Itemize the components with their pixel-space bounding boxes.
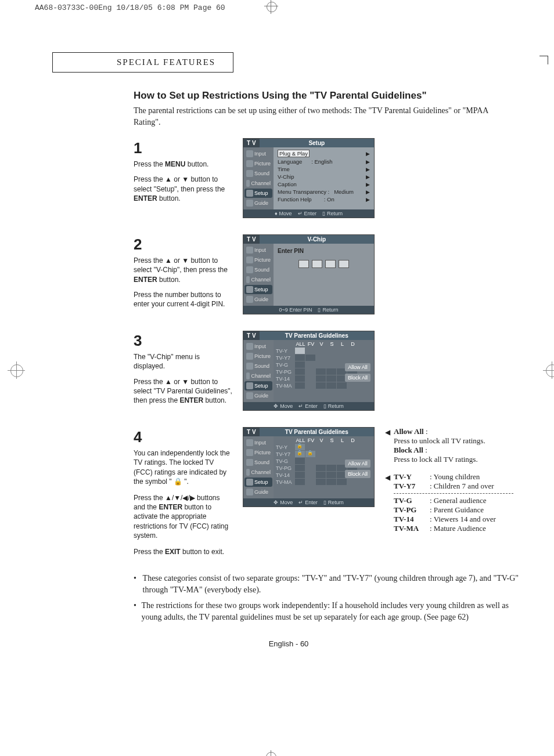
t: You can independently lock the TV rating… bbox=[134, 448, 232, 486]
menu-caption: Caption bbox=[278, 181, 297, 187]
picture-icon bbox=[246, 256, 253, 263]
step-num: 3 bbox=[134, 331, 232, 351]
step-num: 4 bbox=[134, 427, 232, 447]
t: button to exit. bbox=[181, 548, 224, 556]
channel-icon bbox=[246, 276, 250, 283]
t: button. bbox=[203, 396, 226, 404]
osd-title: V-Chip bbox=[260, 235, 374, 244]
t: button. bbox=[157, 276, 181, 284]
osd-vchip-pin: T VV-Chip Input Picture Sound Channel Se… bbox=[243, 234, 375, 314]
osd-tvpg-2: T VTV Parental Guidelines Input Picture … bbox=[243, 427, 375, 507]
pin-fields bbox=[276, 256, 371, 281]
t: The "V-Chip" menu is displayed. bbox=[134, 352, 232, 371]
block-all-button: Block All bbox=[345, 470, 370, 478]
note-1: These categories consist of two separate… bbox=[143, 573, 519, 595]
enter-pin-label: Enter PIN bbox=[276, 245, 371, 256]
menu-time: Time bbox=[278, 166, 290, 172]
menu-transparency-val: Medium bbox=[334, 189, 354, 195]
menu-language: Language bbox=[278, 158, 302, 165]
t: Press the bbox=[134, 548, 165, 556]
t: ENTER bbox=[134, 276, 157, 284]
side-channel: Channel bbox=[251, 180, 271, 186]
picture-icon bbox=[246, 449, 253, 456]
setup-icon bbox=[246, 286, 253, 293]
t: ENTER bbox=[179, 396, 203, 404]
foot-pin: 0~9 Enter PIN bbox=[279, 307, 312, 313]
menu-transparency: Menu Transparency : bbox=[278, 189, 329, 195]
setup-icon bbox=[246, 190, 253, 197]
menu-func-help-val: : On bbox=[324, 196, 334, 202]
side-guide: Guide bbox=[254, 200, 268, 206]
notes: •These categories consist of two separat… bbox=[134, 573, 519, 623]
guide-icon bbox=[246, 296, 253, 303]
t: button. bbox=[157, 194, 181, 202]
t: button. bbox=[185, 160, 208, 168]
sound-icon bbox=[246, 170, 253, 177]
sound-icon bbox=[246, 266, 253, 273]
picture-icon bbox=[246, 353, 253, 360]
setup-icon bbox=[246, 382, 253, 389]
sound-icon bbox=[246, 459, 253, 466]
channel-icon bbox=[246, 180, 250, 187]
pointer-icon: ◀ bbox=[385, 472, 390, 482]
block-all-text: Press to lock all TV ratings. bbox=[394, 455, 478, 464]
step-num: 2 bbox=[134, 234, 232, 255]
t: Press the ▲ or ▼ button to select "Setup… bbox=[134, 175, 225, 193]
guide-icon bbox=[246, 200, 253, 207]
block-all-button: Block All bbox=[345, 374, 370, 382]
osd-tv-label: T V bbox=[243, 235, 260, 244]
page-title: How to Set up Restrictions Using the "TV… bbox=[134, 90, 513, 102]
section-tab: Special Features bbox=[52, 52, 233, 73]
allow-all-text: Press to unlock all TV ratings. bbox=[394, 436, 485, 445]
t: ENTER bbox=[134, 194, 157, 202]
side-input: Input bbox=[254, 151, 266, 157]
side-notes: ◀ Allow All : Press to unlock all TV rat… bbox=[385, 427, 513, 533]
channel-icon bbox=[246, 469, 250, 476]
side-sound: Sound bbox=[254, 171, 269, 176]
step-1: 1 Press the MENU button. Press the ▲ or … bbox=[134, 138, 513, 218]
menu-func-help: Function Help bbox=[278, 196, 312, 202]
allow-all-button: Allow All bbox=[345, 363, 370, 371]
input-icon bbox=[246, 439, 253, 446]
t: EXIT bbox=[165, 548, 181, 556]
block-all-label: Block All bbox=[394, 446, 423, 454]
page-footer: English - 60 bbox=[58, 639, 519, 648]
osd-tvpg-1: T VTV Parental Guidelines Input Picture … bbox=[243, 331, 375, 411]
input-icon bbox=[246, 343, 253, 350]
foot-return: ▯ Return bbox=[322, 211, 343, 216]
note-2: The restrictions for these two groups wo… bbox=[141, 600, 519, 623]
allow-all-button: Allow All bbox=[345, 460, 370, 468]
foot-move: ♦ Move bbox=[275, 211, 292, 216]
t: Press the ▲ or ▼ button to select "V-Chi… bbox=[134, 256, 228, 274]
step-4: 4 You can independently lock the TV rati… bbox=[134, 427, 513, 556]
step-num: 1 bbox=[134, 138, 232, 158]
pointer-icon: ◀ bbox=[385, 427, 390, 437]
menu-vchip: V-Chip bbox=[278, 173, 294, 180]
channel-icon bbox=[246, 372, 250, 379]
divider bbox=[394, 493, 513, 494]
step-3: 3 The "V-Chip" menu is displayed. Press … bbox=[134, 331, 513, 411]
side-picture: Picture bbox=[254, 161, 271, 167]
t: Press the number buttons to enter your c… bbox=[134, 290, 232, 309]
intro-text: The parental restrictions can be set up … bbox=[134, 105, 513, 128]
sound-icon bbox=[246, 363, 253, 370]
guide-icon bbox=[246, 489, 253, 495]
t: ENTER bbox=[159, 503, 182, 511]
setup-icon bbox=[246, 479, 253, 486]
step-2: 2 Press the ▲ or ▼ button to select "V-C… bbox=[134, 234, 513, 314]
allow-all-label: Allow All bbox=[394, 427, 424, 436]
side-setup: Setup bbox=[254, 190, 268, 196]
osd-tv-label: T V bbox=[243, 139, 260, 147]
foot-return: ▯ Return bbox=[318, 307, 338, 313]
picture-icon bbox=[246, 160, 253, 167]
foot-enter: ↵ Enter bbox=[298, 211, 317, 216]
osd-title: Setup bbox=[260, 139, 374, 147]
input-icon bbox=[246, 150, 253, 157]
guide-icon bbox=[246, 392, 253, 399]
t: Press the bbox=[134, 160, 165, 168]
t: MENU bbox=[165, 160, 185, 168]
menu-plug-play: Plug & Play bbox=[278, 150, 310, 157]
input-icon bbox=[246, 247, 253, 254]
menu-language-val: : English bbox=[311, 158, 332, 165]
osd-setup: T VSetup Input Picture Sound Channel Set… bbox=[243, 138, 375, 218]
